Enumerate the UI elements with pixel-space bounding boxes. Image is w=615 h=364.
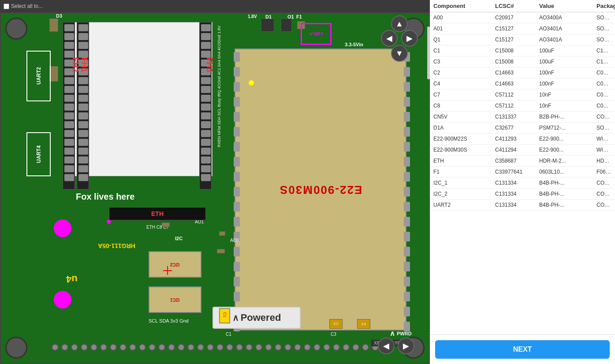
cell-value: 100nF (539, 81, 596, 87)
nav-up[interactable]: ▲ (391, 15, 408, 32)
cell-component: A01 (433, 26, 495, 32)
cell-component: ETH (433, 158, 495, 164)
fox-label: Fox lives here (76, 192, 134, 202)
white-area (69, 22, 212, 176)
next-button[interactable]: NEXT (435, 340, 610, 359)
table-row[interactable]: C8 C57112 10nF C0603 (430, 100, 615, 111)
cell-value: 100uF (539, 59, 596, 65)
fh2-label: FH2 (71, 57, 80, 72)
nav-down[interactable]: ▼ (391, 45, 408, 62)
select-all-label[interactable]: Select all to... (4, 3, 43, 9)
cell-lcsc: C131334 (495, 180, 539, 186)
cell-package: SOT-23_L... (596, 37, 611, 43)
bottom-pad-row (52, 344, 379, 351)
cell-package: C0603 (596, 103, 611, 109)
table-row[interactable]: I2C_2 C131334 B4B-PH-... CONN-T... (430, 189, 615, 200)
comp-d2 (49, 66, 58, 82)
magenta-dot-1 (54, 219, 71, 237)
uart2-box: UART2 (26, 51, 51, 101)
strip2 (77, 22, 89, 189)
table-row[interactable]: F1 C33977641 0603L10... F0603 (430, 167, 615, 178)
cell-package: C1206 (596, 48, 611, 54)
table-row[interactable]: E22-900M22S C411293 E22-900... WIRELM-..… (430, 134, 615, 145)
cell-value: B2B-PH-... (539, 114, 596, 120)
cell-lcsc: C15008 (495, 48, 539, 54)
magenta-dot-2 (54, 291, 71, 308)
table-row[interactable]: UART2 C131334 B4B-PH-... CONN-T... (430, 200, 615, 211)
d3-label: D3 (56, 13, 62, 19)
i2c-label: I2C (175, 236, 183, 241)
cell-value: 10nF (539, 92, 596, 98)
nav-right[interactable]: ▶ (401, 30, 418, 47)
cell-lcsc: C57112 (495, 103, 539, 109)
nav-bottom-right[interactable]: ▶ (398, 338, 414, 354)
table-row[interactable]: C4 C14663 100nF C0603 (430, 78, 615, 89)
f1-label: F1 (296, 14, 302, 19)
cell-component: C8 (433, 103, 495, 109)
uart2-label: UART2 (36, 67, 42, 85)
comp-c1-large: C1 (219, 308, 230, 323)
corner-circle-bl (5, 337, 27, 359)
i2c1-box: I2C1 (149, 286, 201, 313)
col-lcsc: LCSC# (495, 3, 539, 9)
pwrd-label: ∧ PWRD (390, 329, 412, 338)
scrollbar-indicator (427, 26, 430, 79)
toolbar: Select all to... (0, 0, 430, 12)
table-row[interactable]: A01 C15127 AO3401A SOT-23_L... (430, 23, 615, 34)
table-row[interactable]: E22-900M30S C411294 E22-900... WIRELM-..… (430, 145, 615, 156)
pcb-board: D3 D2 UART2 UART4 (0, 12, 430, 364)
cell-lcsc: C20917 (495, 15, 539, 21)
table-row[interactable]: C3 C15008 100uF C1206 (430, 56, 615, 67)
cell-value: B4B-PH-... (539, 191, 596, 197)
cell-package: C1206 (596, 59, 611, 65)
eth-connector: ETH (109, 207, 206, 220)
table-row[interactable]: Q1 C15127 AO3401A SOT-23_L... (430, 34, 615, 45)
table-row[interactable]: D1A C32677 PSM712-... SOT-23-3... (430, 123, 615, 134)
main-module: E22-900M30S (235, 48, 406, 331)
cell-package: HDR-M-2... (596, 158, 611, 164)
bottom-labels: SCL SDA 3v3 Gnd (149, 318, 189, 323)
strip1 (63, 22, 75, 189)
table-row[interactable]: I2C_1 C131334 B4B-PH-... CONN-T... (430, 178, 615, 189)
table-row[interactable]: ETH C358687 HDR-M-2... HDR-M-2... (430, 156, 615, 167)
cell-package: SOT-23-3... (596, 15, 611, 21)
table-body[interactable]: A00 C20917 AO3400A SOT-23-3... A01 C1512… (430, 12, 615, 334)
cell-value: 0603L10... (539, 169, 596, 175)
corner-circle-tl (5, 18, 27, 40)
cell-value: AO3401A (539, 26, 596, 32)
cell-package: CONN-T... (596, 180, 611, 186)
nav-left[interactable]: ◀ (381, 30, 398, 47)
table-row[interactable]: A00 C20917 AO3400A SOT-23-3... (430, 12, 615, 23)
cell-package: CONN-T... (596, 191, 611, 197)
comp-c2-small (219, 231, 225, 236)
powered-text: Powered (241, 312, 281, 323)
cell-component: C7 (433, 92, 495, 98)
cell-lcsc: C32677 (495, 125, 539, 131)
ic-d1 (261, 19, 274, 32)
table-row[interactable]: C7 C57112 10nF C0603 (430, 89, 615, 100)
ic-q1 (281, 19, 292, 32)
cell-lcsc: C14663 (495, 70, 539, 76)
cell-value: AO3401A (539, 37, 596, 43)
cell-value: 10nF (539, 103, 596, 109)
table-row[interactable]: CN5V C131337 B2B-PH-... CONN-T... (430, 111, 615, 123)
cell-component: A00 (433, 15, 495, 21)
cell-lcsc: C131337 (495, 114, 539, 120)
strip3 (199, 22, 212, 189)
cell-value: PSM712-... (539, 125, 596, 131)
table-row[interactable]: C1 C15008 100uF C1206 (430, 45, 615, 56)
ao0-small-label: AO0 (230, 238, 239, 243)
cell-component: E22-900M30S (433, 147, 495, 153)
cell-lcsc: C15127 (495, 37, 539, 43)
i2c2-box: I2C2 (149, 251, 201, 278)
cell-value: HDR-M-2... (539, 158, 596, 164)
select-all-checkbox[interactable] (4, 4, 9, 9)
table-row[interactable]: C2 C14663 100nF C0603 (430, 67, 615, 78)
cell-package: C0603 (596, 81, 611, 87)
cell-lcsc: C33977641 (495, 169, 539, 175)
signal-labels: RXEN NFist SDA SCL Busy IRQ 4COnd 4C1 0A… (217, 22, 235, 198)
nav-bottom-left[interactable]: ◀ (378, 338, 395, 354)
uart4-box: UART4 (26, 132, 51, 176)
cell-component: C3 (433, 59, 495, 65)
cell-component: C4 (433, 81, 495, 87)
